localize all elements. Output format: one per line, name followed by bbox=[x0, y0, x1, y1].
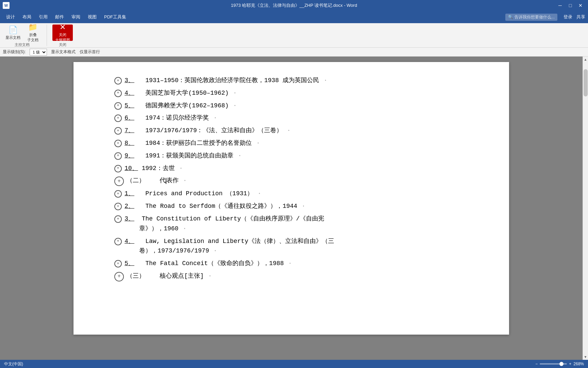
toggle-works-2[interactable]: + bbox=[114, 203, 122, 210]
toggle-3[interactable]: + bbox=[114, 77, 122, 85]
menu-design[interactable]: 设计 bbox=[3, 13, 18, 21]
list-item: + 9、 1991：获颁美国的总统自由勋章 · bbox=[114, 151, 482, 161]
page-scroll[interactable]: + 3、 1931–1950：英国伦敦政治经济学院任教，1938 成为英国公民 … bbox=[0, 57, 588, 360]
search-bar[interactable]: 🔍 告诉我你想要做什么... bbox=[505, 14, 557, 21]
list-item: + 10、 1992：去世 · bbox=[114, 164, 482, 173]
share-link[interactable]: 共享 bbox=[576, 14, 585, 20]
list-item: + 4、 美国芝加哥大学(1950–1962) · bbox=[114, 88, 482, 98]
fold-doc-button[interactable]: 📁 折叠子文档 bbox=[24, 25, 41, 41]
menu-review[interactable]: 审阅 bbox=[68, 13, 84, 21]
zoom-slider[interactable] bbox=[540, 363, 567, 365]
item-3-text: 3、 1931–1950：英国伦敦政治经济学院任教，1938 成为英国公民 · bbox=[125, 76, 482, 86]
document-page: + 3、 1931–1950：英国伦敦政治经济学院任教，1938 成为英国公民 … bbox=[74, 62, 509, 335]
item-er-text: （二） 代表作 · bbox=[127, 176, 482, 186]
minimize-button[interactable]: ─ bbox=[555, 1, 565, 10]
item-works-5-text: 5、 The Fatal Conceit（《致命的自负》），1988 · bbox=[125, 259, 482, 269]
show-doc-button[interactable]: 📄 显示文档 bbox=[3, 25, 23, 41]
list-item: + （三） 核心观点[主张] · bbox=[114, 271, 482, 281]
list-item: + 4、 Law, Legislation and Liberty《法（律）、立… bbox=[114, 236, 482, 256]
login-link[interactable]: 登录 bbox=[564, 14, 572, 20]
list-item: + 1、 Prices and Production （1931） · bbox=[114, 189, 482, 199]
toggle-works-5[interactable]: + bbox=[114, 260, 122, 267]
item-7-text: 7、 1973/1976/1979：《法、立法和自由》（三卷） · bbox=[125, 126, 482, 136]
menu-references[interactable]: 引用 bbox=[35, 13, 51, 21]
toggle-7[interactable]: + bbox=[114, 127, 122, 135]
ribbon: 📄 显示文档 📁 折叠子文档 主控文档 ✕ 关闭大纲视图 关闭 bbox=[0, 23, 588, 48]
list-item: + 8、 1984：获伊丽莎白二世授予的名誉勋位 · bbox=[114, 138, 482, 148]
scroll-up-arrow[interactable]: ▲ bbox=[584, 57, 587, 62]
toggle-9[interactable]: + bbox=[114, 152, 122, 160]
item-9-text: 9、 1991：获颁美国的总统自由勋章 · bbox=[125, 151, 482, 161]
ribbon-close-items: ✕ 关闭大纲视图 bbox=[52, 25, 73, 41]
vertical-scrollbar[interactable]: ▲ ▼ bbox=[583, 57, 588, 360]
show-doc-icon: 📄 bbox=[9, 26, 18, 34]
show-doc-label: 显示文档 bbox=[5, 35, 20, 40]
menu-mailings[interactable]: 邮件 bbox=[52, 13, 67, 21]
title-bar: W 1973 哈耶克《立法、法律与自由》__ZHP 读书笔记.docx - Wo… bbox=[0, 0, 588, 11]
close-button[interactable]: ✕ bbox=[576, 1, 585, 10]
title-bar-left: W bbox=[3, 2, 10, 9]
search-icon: 🔍 bbox=[508, 15, 513, 19]
zoom-level: 268% bbox=[573, 362, 584, 366]
ribbon-items: 📄 显示文档 📁 折叠子文档 bbox=[3, 25, 41, 41]
item-works-3-text: 3、 The Constitution of Liberty（《自由秩序原理》/… bbox=[125, 214, 482, 234]
doc-area: + 3、 1931–1950：英国伦敦政治经济学院任教，1938 成为英国公民 … bbox=[0, 57, 588, 360]
outline-level-select[interactable]: 1 级 2 级 3 级 bbox=[30, 49, 47, 56]
close-outline-icon: ✕ bbox=[60, 23, 66, 32]
scroll-down-arrow[interactable]: ▼ bbox=[584, 354, 587, 360]
item-san-text: （三） 核心观点[主张] · bbox=[127, 271, 482, 281]
toggle-6[interactable]: + bbox=[114, 114, 122, 122]
item-10-text: 10、 1992：去世 · bbox=[125, 164, 482, 173]
show-text-format-label: 显示文本格式 bbox=[51, 49, 76, 55]
item-works-2-text: 2、 The Road to Serfdom（《通往奴役之路》），1944 · bbox=[125, 201, 482, 211]
first-line-only-label: 仅显示首行 bbox=[80, 49, 100, 55]
item-6-text: 6、 1974：诺贝尔经济学奖 · bbox=[125, 113, 482, 123]
list-item: + 7、 1973/1976/1979：《法、立法和自由》（三卷） · bbox=[114, 126, 482, 136]
zoom-minus-icon[interactable]: − bbox=[535, 362, 538, 366]
item-works-1-text: 1、 Prices and Production （1931） · bbox=[125, 189, 482, 199]
menu-view[interactable]: 视图 bbox=[84, 13, 100, 21]
toggle-10[interactable]: + bbox=[114, 165, 122, 172]
list-item: + 2、 The Road to Serfdom（《通往奴役之路》），1944 … bbox=[114, 201, 482, 211]
toggle-4[interactable]: + bbox=[114, 90, 122, 97]
item-8-text: 8、 1984：获伊丽莎白二世授予的名誉勋位 · bbox=[125, 138, 482, 148]
toggle-5[interactable]: + bbox=[114, 102, 122, 110]
ribbon-close-group: ✕ 关闭大纲视图 关闭 bbox=[52, 25, 78, 46]
toggle-8[interactable]: + bbox=[114, 140, 122, 147]
menu-layout[interactable]: 布局 bbox=[19, 13, 35, 21]
status-bar: 中文(中国) − + 268% bbox=[0, 360, 588, 368]
menu-pdf-tools[interactable]: PDF工具集 bbox=[101, 13, 130, 21]
list-item: + （二） 代表作 · bbox=[114, 176, 482, 186]
toggle-er[interactable]: + bbox=[114, 177, 124, 186]
list-item: + 3、 1931–1950：英国伦敦政治经济学院任教，1938 成为英国公民 … bbox=[114, 76, 482, 86]
word-icon: W bbox=[3, 2, 10, 9]
master-doc-label: 主控文档 bbox=[15, 42, 30, 47]
item-5-text: 5、 德国弗赖堡大学(1962–1968) · bbox=[125, 101, 482, 111]
title-bar-controls: ─ □ ✕ bbox=[555, 1, 585, 10]
toggle-works-1[interactable]: + bbox=[114, 190, 122, 198]
zoom-plus-icon[interactable]: + bbox=[569, 362, 571, 366]
outline-bar: 显示级别(S): 1 级 2 级 3 级 显示文本格式 仅显示首行 bbox=[0, 48, 588, 57]
menu-bar: 设计 布局 引用 邮件 审阅 视图 PDF工具集 🔍 告诉我你想要做什么... … bbox=[0, 11, 588, 23]
toggle-works-4[interactable]: + bbox=[114, 238, 122, 245]
list-item: + 6、 1974：诺贝尔经济学奖 · bbox=[114, 113, 482, 123]
toggle-works-3[interactable]: + bbox=[114, 215, 122, 223]
list-item: + 3、 The Constitution of Liberty（《自由秩序原理… bbox=[114, 214, 482, 234]
search-placeholder: 告诉我你想要做什么... bbox=[514, 14, 555, 20]
ribbon-master-doc-group: 📄 显示文档 📁 折叠子文档 主控文档 bbox=[3, 25, 47, 46]
zoom-control[interactable]: − + 268% bbox=[535, 362, 584, 366]
scroll-thumb[interactable] bbox=[584, 69, 588, 96]
fold-doc-label: 折叠子文档 bbox=[27, 32, 38, 43]
restore-button[interactable]: □ bbox=[566, 1, 575, 10]
show-level-label: 显示级别(S): bbox=[3, 49, 26, 55]
close-outline-button[interactable]: ✕ 关闭大纲视图 bbox=[52, 25, 73, 41]
language-indicator: 中文(中国) bbox=[4, 361, 23, 367]
toggle-san[interactable]: + bbox=[114, 272, 124, 281]
close-outline-label: 关闭大纲视图 bbox=[55, 32, 70, 43]
item-4-text: 4、 美国芝加哥大学(1950–1962) · bbox=[125, 88, 482, 98]
list-item: + 5、 The Fatal Conceit（《致命的自负》），1988 · bbox=[114, 259, 482, 269]
status-right: − + 268% bbox=[535, 362, 584, 366]
list-item: + 5、 德国弗赖堡大学(1962–1968) · bbox=[114, 101, 482, 111]
main-area: + 3、 1931–1950：英国伦敦政治经济学院任教，1938 成为英国公民 … bbox=[0, 57, 588, 360]
title-bar-title: 1973 哈耶克《立法、法律与自由》__ZHP 读书笔记.docx - Word bbox=[231, 2, 357, 9]
